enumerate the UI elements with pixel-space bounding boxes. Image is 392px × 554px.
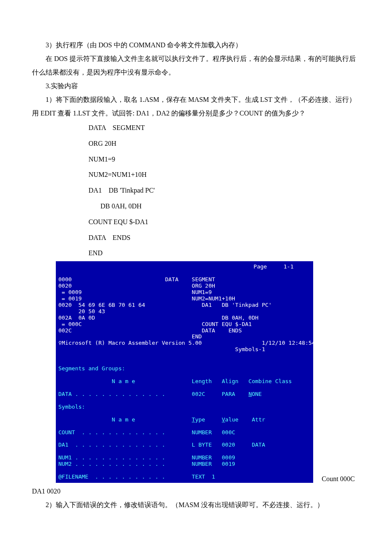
segments-columns: N a m e Length Align Combine Class: [58, 378, 292, 384]
lst-line: END: [58, 333, 202, 340]
symbols-columns: N a m e Type Value Attr: [58, 416, 265, 423]
symbols-row-filename: @FILENAME . . . . . . . . . . . TEXT 1: [58, 473, 215, 480]
segments-row-data: DATA . . . . . . . . . . . . . . 002C PA…: [58, 391, 262, 397]
paragraph-dos-explain: 在 DOS 提示符下直接输入文件主名就可以执行文件了。程序执行后，有的会显示结果…: [32, 52, 360, 79]
code-line: DB 0AH, 0DH: [89, 199, 360, 214]
lst-line: 0000 DATA SEGMENT: [58, 276, 215, 283]
symbols-row-da1: DA1 . . . . . . . . . . . . . . L BYTE 0…: [58, 441, 265, 448]
lst-line: 0020 ORG 20H: [58, 283, 215, 289]
lst-line: = 0019 NUM2=NUM1+10H: [58, 295, 235, 302]
lst-line: 0020 54 69 6E 6B 70 61 64 DA1 DB 'Tinkpa…: [58, 302, 272, 308]
code-line: COUNT EQU $-DA1: [89, 214, 360, 230]
paragraph-step3: 3）执行程序（由 DOS 中的 COMMAND 命令将文件加载入内存）: [32, 38, 360, 52]
code-line: DATA ENDS: [89, 230, 360, 246]
lst-terminal-output: Page 1-1 0000 DATA SEGMENT 0020 ORG 20H …: [56, 261, 313, 483]
symbols-header: Symbols:: [58, 404, 85, 410]
symbols-row-num1: NUM1 . . . . . . . . . . . . . . NUMBER …: [58, 454, 235, 461]
lst-line: = 000C COUNT EQU $-DA1: [58, 321, 252, 327]
lst-line: = 0009 NUM1=9: [58, 289, 212, 295]
code-line: DATA SEGMENT: [89, 120, 360, 136]
code-line: NUM1=9: [89, 152, 360, 167]
asm-source-code: DATA SEGMENT ORG 20H NUM1=9 NUM2=NUM1+10…: [89, 120, 360, 261]
assembler-version: ♀Microsoft (R) Macro Assembler Version 5…: [58, 340, 202, 346]
paragraph-task2: 2）输入下面错误的文件，修改错误语句。（MASM 没有出现错误即可。不必连接、运…: [32, 498, 360, 512]
paragraph-task1: 1）将下面的数据段输入，取名 1.ASM，保存在 MASM 文件夹下。生成 LS…: [32, 93, 360, 120]
answer-da1: DA1 0020: [32, 485, 360, 498]
lst-line: 20 50 43: [58, 308, 105, 315]
code-line: NUM2=NUM1+10H: [89, 167, 360, 183]
symbols-row-count: COUNT . . . . . . . . . . . . . NUMBER 0…: [58, 429, 235, 436]
code-line: DA1 DB 'Tinkpad PC': [89, 183, 360, 199]
answer-count: Count 000C: [322, 475, 355, 483]
code-line: ORG 20H: [89, 136, 360, 152]
heading-experiment-content: 3.实验内容: [32, 79, 360, 93]
segments-groups-header: Segments and Groups:: [58, 365, 125, 372]
timestamp: 1/12/10 12:48:54: [262, 340, 313, 346]
lst-line: 002C DATA ENDS: [58, 327, 242, 334]
symbols-row-num2: NUM2 . . . . . . . . . . . . . . NUMBER …: [58, 461, 235, 467]
symbols-label: Symbols-1: [58, 346, 265, 352]
lst-line: 002A 0A 0D DB 0AH, 0DH: [58, 315, 259, 321]
code-line: END: [89, 245, 360, 261]
page-indicator: Page 1-1: [58, 264, 311, 270]
